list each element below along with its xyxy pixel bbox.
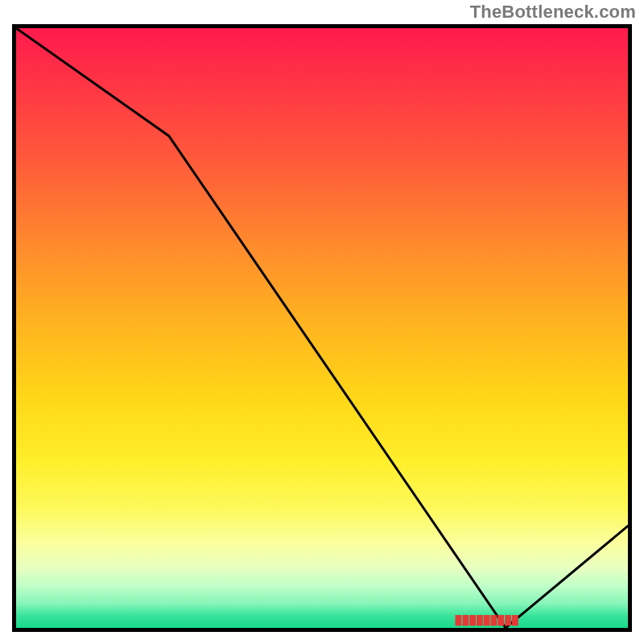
watermark-text: TheBottleneck.com [470,2,636,23]
plot-frame: █████████ [12,24,632,632]
series-polyline [16,28,628,628]
x-axis-tick-label: █████████ [456,615,519,625]
line-series [16,28,628,628]
chart-stage: TheBottleneck.com █████████ [0,0,644,644]
